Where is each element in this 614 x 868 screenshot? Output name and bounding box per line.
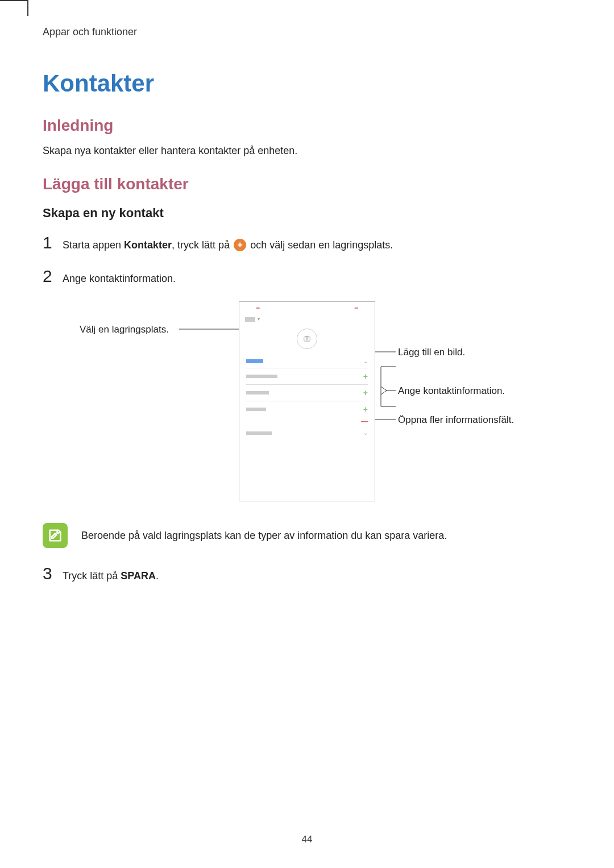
step-text: Starta appen Kontakter, tryck lätt på + … xyxy=(63,238,571,253)
note-icon xyxy=(43,523,68,548)
callout-storage: Välj en lagringsplats. xyxy=(80,324,169,335)
callout-add-image: Lägg till en bild. xyxy=(398,347,465,358)
svg-point-13 xyxy=(306,338,308,340)
plus-icon: + xyxy=(363,388,368,397)
mock-field-label xyxy=(246,391,269,394)
diagram-container: Välj en lagringsplats. Lägg till en bild… xyxy=(43,301,571,506)
chevron-down-icon: ⌄ xyxy=(363,358,368,364)
chevron-down-icon: ▾ xyxy=(258,317,260,322)
mock-field-label xyxy=(246,359,263,363)
mock-storage-box xyxy=(245,317,255,322)
mock-save-label: ━ xyxy=(355,305,358,311)
mock-name-field: ⌄ xyxy=(246,355,368,368)
mock-email-field: + xyxy=(246,385,368,401)
mock-storage-row: ▾ xyxy=(239,314,375,324)
plus-icon: + xyxy=(234,239,246,251)
page-title: Kontakter xyxy=(43,70,571,97)
mock-field-label xyxy=(246,431,272,435)
step-number: 3 xyxy=(43,565,54,582)
step-number: 1 xyxy=(43,234,54,251)
mock-phone-field: + xyxy=(246,368,368,385)
step-3: 3 Tryck lätt på SPARA. xyxy=(43,565,571,584)
chevron-down-icon: ⌄ xyxy=(363,430,368,436)
svg-line-9 xyxy=(381,391,387,394)
mock-avatar-circle xyxy=(297,329,317,349)
step-1: 1 Starta appen Kontakter, tryck lätt på … xyxy=(43,234,571,253)
step-text: Ange kontaktinformation. xyxy=(63,271,571,286)
plus-icon: + xyxy=(363,372,368,381)
note-text: Beroende på vald lagringsplats kan de ty… xyxy=(81,529,447,543)
step1-part-a: Starta appen xyxy=(63,239,124,251)
step1-part-c: , tryck lätt på xyxy=(172,239,233,251)
breadcrumb: Appar och funktioner xyxy=(43,26,571,38)
step1-bold: Kontakter xyxy=(124,239,172,251)
step3-part-a: Tryck lätt på xyxy=(63,570,121,582)
mock-cancel-label: ━ xyxy=(256,305,259,311)
plus-icon: + xyxy=(363,405,368,414)
callout-enter-info: Ange kontaktinformation. xyxy=(398,385,505,397)
note: Beroende på vald lagringsplats kan de ty… xyxy=(43,523,571,548)
callout-more-fields: Öppna fler informationsfält. xyxy=(398,414,514,426)
phone-mock: ━ ━ ▾ ⌄ xyxy=(239,301,375,501)
step1-part-d: och välj sedan en lagringsplats. xyxy=(247,239,393,251)
decorative-corner-h xyxy=(0,0,27,1)
mock-field-label xyxy=(246,408,266,411)
mock-field-label xyxy=(246,375,277,378)
section-heading-add: Lägga till kontakter xyxy=(43,175,571,193)
step-number: 2 xyxy=(43,268,54,285)
step-2: 2 Ange kontaktinformation. xyxy=(43,268,571,286)
decorative-corner-v xyxy=(27,0,28,16)
intro-body: Skapa nya kontakter eller hantera kontak… xyxy=(43,144,571,158)
mock-group-field: + xyxy=(246,401,368,417)
subheading-create: Skapa en ny kontakt xyxy=(43,206,571,221)
page-number: 44 xyxy=(0,834,614,845)
step3-part-c: . xyxy=(156,570,159,582)
mock-expand-row: ⌄ xyxy=(246,426,368,439)
svg-line-8 xyxy=(381,387,387,391)
step3-bold: SPARA xyxy=(121,570,156,582)
step-text: Tryck lätt på SPARA. xyxy=(63,568,571,584)
section-heading-inledning: Inledning xyxy=(43,117,571,135)
mock-more-row: ━━━ xyxy=(239,417,375,426)
